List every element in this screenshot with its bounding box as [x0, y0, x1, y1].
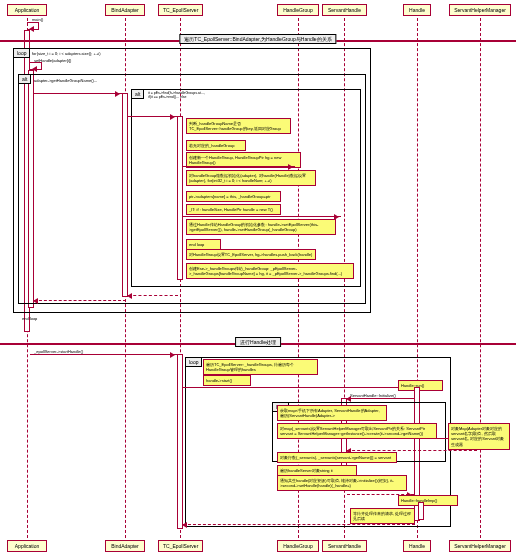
arrow-to-epoll — [128, 116, 177, 117]
note-m5: 若无对应的_handleGroup — [186, 140, 246, 151]
note-m27: 等待并处理传来的请求, 处理过程见后续 — [350, 508, 415, 524]
note-m18: Handle::run() — [398, 380, 443, 391]
label-m19: ServantHandle::Initialize() — [350, 393, 396, 398]
note-m16: 遍历TC_EpollServer::_handleGroups, 待遍历每个Ha… — [203, 359, 318, 375]
note-m10: 通过Handle传给HandleGroup的初始化参数: handle->set… — [186, 219, 336, 235]
note-m8: ptr->adapters[name] = this, _handleGroup… — [186, 191, 281, 202]
note-m23: 对象行数(_servants), _servants[servant->getN… — [277, 452, 397, 463]
label-m2: setHandle(adapter[i]) — [34, 58, 71, 63]
alt-cond-1: adapter->getHandleGroupName()... — [34, 78, 97, 83]
arrow-m3 — [34, 93, 122, 94]
note-m13: 创建Ese->_handleGroups传给_handleGroup: _pEp… — [186, 263, 354, 279]
return-final — [183, 524, 415, 525]
arrow-to-handlegroup-1 — [183, 166, 295, 167]
participant-handle-top: Handle — [403, 4, 431, 16]
note-m12: 对HandleGroup设置TC_EpollServer, hg->handle… — [186, 249, 316, 260]
participant-servanthandle-bot: ServantHandle — [322, 540, 367, 552]
note-m4: 判断_handleGroupName是否TC_EpollServer::hand… — [186, 118, 291, 134]
participant-servanthelper-bot: ServantHelperManager — [449, 540, 511, 552]
divider-1: 遍历TC_EpollServer::BindAdapter,为HandleGro… — [0, 34, 516, 46]
return-1 — [128, 295, 178, 296]
participant-handlegroup-bot: HandleGroup — [277, 540, 319, 552]
note-m20: 获取map<手机下所有Adapter, ServantHandle的Adapte… — [277, 405, 387, 421]
label-endloop: end loop — [22, 316, 37, 321]
note-m22: 对象Map(Adapter对象对应的servant名字)取值, 然后取serva… — [448, 423, 510, 450]
note-m9: _IT: if : handleSize, HandlePtr handle =… — [186, 204, 281, 215]
note-m7: 对handleGroup做数据初始化(adapter), 对handle(Han… — [186, 170, 316, 186]
participant-bindadapter-top: BindAdapter — [105, 4, 145, 16]
activation-epoll-1 — [177, 116, 183, 280]
participant-servanthandle-top: ServantHandle — [322, 4, 367, 16]
lifeline-servanthelper — [480, 18, 481, 538]
self-msg-main — [27, 22, 39, 30]
participant-application-bot: Application — [7, 540, 47, 552]
label-main: main() — [32, 17, 43, 22]
note-m17: handle->start() — [203, 375, 251, 386]
participant-handlegroup-top: HandleGroup — [277, 4, 319, 16]
arrow-m19 — [347, 398, 414, 399]
participant-servanthelper-top: ServantHelperManager — [449, 4, 511, 16]
participant-bindadapter-bot: BindAdapter — [105, 540, 145, 552]
return-2 — [34, 300, 126, 301]
self-msg-sethandle — [30, 62, 42, 70]
note-m21: 对map(_servants)设置ServantHelperManager可取出… — [277, 423, 437, 439]
loop-cond-1: for(size_t i = 0; i < adapters.size(); +… — [32, 51, 100, 56]
note-m25: 通知其生handle(对应资源)可取值, 维持对象->initialize()(… — [277, 475, 407, 491]
participant-application-top: Application — [7, 4, 47, 16]
arrow-to-servanthandle-1 — [183, 216, 341, 217]
participant-epollserver-bot: TC_EpollServer — [158, 540, 203, 552]
label-m15: _epollServer->startHandle() — [34, 349, 83, 354]
alt-cond-2: it = pEs->find(h->handleGroups.at..., if… — [148, 91, 208, 99]
arrow-m18 — [183, 387, 413, 388]
activation-bind-1 — [122, 93, 128, 297]
participant-handle-bot: Handle — [403, 540, 431, 552]
arrow-m15 — [30, 354, 177, 355]
activation-epoll-2 — [177, 354, 183, 529]
participant-epollserver-top: TC_EpollServer — [158, 4, 203, 16]
activation-handle-2 — [418, 502, 424, 520]
return-helper — [347, 450, 477, 451]
note-m26: Handle::handleImp() — [398, 495, 458, 506]
divider-2: 进行Handle处理 — [0, 337, 516, 349]
